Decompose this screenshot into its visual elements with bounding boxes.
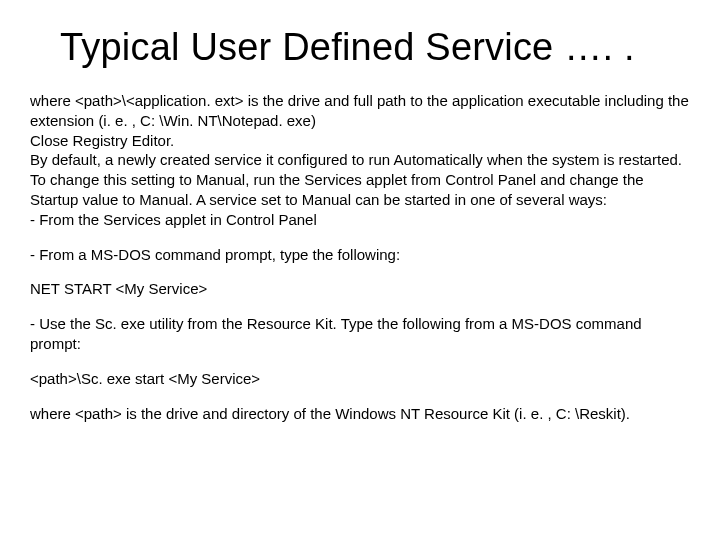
slide-title: Typical User Defined Service …. .	[60, 26, 690, 69]
body-line: where <path> is the drive and directory …	[30, 404, 690, 424]
body-line: - From the Services applet in Control Pa…	[30, 210, 690, 230]
body-line: <path>\Sc. exe start <My Service>	[30, 369, 690, 389]
body-line: - From a MS-DOS command prompt, type the…	[30, 245, 690, 265]
body-line: By default, a newly created service it c…	[30, 150, 690, 209]
body-line: Close Registry Editor.	[30, 131, 690, 151]
slide-body: where <path>\<application. ext> is the d…	[30, 91, 690, 423]
body-line: where <path>\<application. ext> is the d…	[30, 91, 690, 131]
body-line: - Use the Sc. exe utility from the Resou…	[30, 314, 690, 354]
body-line: NET START <My Service>	[30, 279, 690, 299]
slide: Typical User Defined Service …. . where …	[0, 0, 720, 540]
